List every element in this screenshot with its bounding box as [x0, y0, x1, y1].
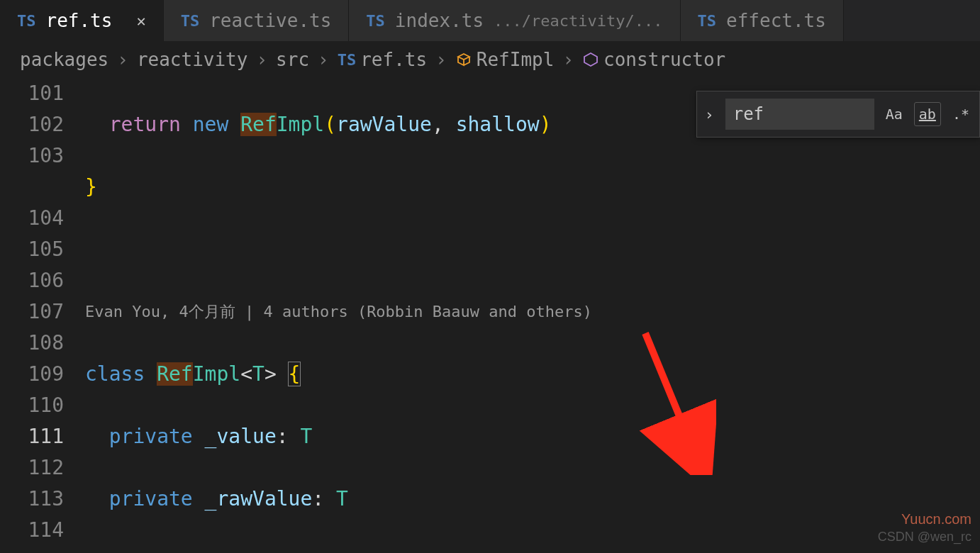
search-input[interactable]: [725, 99, 874, 130]
tab-label: index.ts: [395, 10, 484, 31]
chevron-right-icon: ›: [562, 49, 574, 70]
crumb-packages[interactable]: packages: [20, 49, 108, 70]
tab-label: ref.ts: [46, 10, 113, 31]
line-number: 101: [0, 78, 64, 109]
typescript-icon: TS: [366, 12, 385, 30]
tab-effect-ts[interactable]: TS effect.ts: [681, 0, 844, 41]
line-number: 109: [0, 359, 64, 390]
line-number: 114: [0, 515, 64, 546]
editor-tabs: TS ref.ts ✕ TS reactive.ts TS index.ts .…: [0, 0, 980, 41]
code-content[interactable]: return new RefImpl(rawValue, shallow) } …: [85, 78, 980, 553]
crumb-file[interactable]: ref.ts: [360, 49, 427, 70]
code-line[interactable]: }: [85, 172, 980, 203]
tab-label: effect.ts: [726, 10, 826, 31]
code-line[interactable]: class RefImpl<T> {: [85, 359, 980, 390]
chevron-right-icon: ›: [256, 49, 267, 70]
code-line[interactable]: [85, 234, 980, 265]
chevron-right-icon: ›: [318, 49, 329, 70]
line-number: 105: [0, 234, 64, 265]
watermark-site: Yuucn.com: [901, 511, 971, 527]
line-number: 110: [0, 390, 64, 421]
tab-ref-ts[interactable]: TS ref.ts ✕: [0, 0, 164, 41]
code-line[interactable]: [85, 546, 980, 553]
watermark-author: CSDN @wen_rc: [878, 530, 971, 544]
chevron-right-icon[interactable]: ›: [700, 101, 718, 128]
line-number: 104: [0, 203, 64, 234]
line-number: 111: [0, 421, 64, 452]
breadcrumb[interactable]: packages › reactivity › src › TS ref.ts …: [0, 41, 980, 78]
typescript-icon: TS: [17, 12, 36, 30]
code-editor[interactable]: 101 102 103 104 105 106 107 108 109 110 …: [0, 78, 980, 553]
line-number: 115: [0, 546, 64, 553]
close-icon[interactable]: ✕: [136, 12, 145, 30]
match-case-toggle[interactable]: Aa: [881, 103, 907, 125]
crumb-reactivity[interactable]: reactivity: [137, 49, 248, 70]
tab-reactive-ts[interactable]: TS reactive.ts: [164, 0, 350, 41]
code-line[interactable]: private _rawValue: T: [85, 484, 980, 515]
line-number: 113: [0, 484, 64, 515]
line-number: 103: [0, 140, 64, 172]
code-line[interactable]: private _value: T: [85, 421, 980, 452]
tab-path: .../reactivity/...: [494, 12, 662, 30]
whole-word-toggle[interactable]: ab: [914, 102, 941, 126]
line-number: 112: [0, 452, 64, 484]
method-icon: [582, 51, 599, 68]
typescript-icon: TS: [698, 12, 717, 30]
chevron-right-icon: ›: [435, 49, 447, 70]
typescript-icon: TS: [338, 51, 357, 69]
line-number: 106: [0, 265, 64, 296]
crumb-class[interactable]: RefImpl: [477, 49, 555, 70]
tab-label: reactive.ts: [209, 10, 331, 31]
typescript-icon: TS: [181, 12, 200, 30]
regex-toggle[interactable]: .*: [948, 103, 974, 125]
find-widget[interactable]: › Aa ab .*: [696, 91, 980, 138]
line-gutter: 101 102 103 104 105 106 107 108 109 110 …: [0, 78, 85, 553]
tab-index-ts[interactable]: TS index.ts .../reactivity/...: [349, 0, 680, 41]
codelens-authors[interactable]: Evan You, 4个月前 | 4 authors (Robbin Baauw…: [85, 296, 980, 328]
line-number: 107: [0, 296, 64, 328]
crumb-src[interactable]: src: [276, 49, 309, 70]
line-number: 102: [0, 109, 64, 140]
chevron-right-icon: ›: [117, 49, 128, 70]
class-icon: [455, 51, 472, 68]
crumb-member[interactable]: constructor: [603, 49, 725, 70]
line-number: 108: [0, 328, 64, 359]
